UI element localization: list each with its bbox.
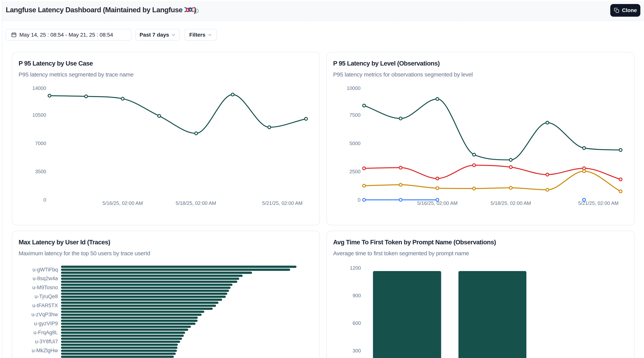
svg-text:300: 300 bbox=[353, 348, 361, 354]
svg-text:3500: 3500 bbox=[35, 169, 46, 174]
svg-text:u-8sq2w4a: u-8sq2w4a bbox=[32, 276, 58, 281]
svg-text:u-MkZlgHw: u-MkZlgHw bbox=[32, 348, 58, 354]
svg-text:u-zVqP3hw: u-zVqP3hw bbox=[32, 312, 58, 317]
svg-text:u-M9Tosno: u-M9Tosno bbox=[32, 284, 58, 290]
svg-text:5/16/25, 02:00 AM: 5/16/25, 02:00 AM bbox=[102, 200, 143, 206]
svg-text:14000: 14000 bbox=[32, 85, 46, 91]
svg-text:5/18/25, 02:00 AM: 5/18/25, 02:00 AM bbox=[176, 200, 216, 206]
svg-text:0: 0 bbox=[44, 197, 46, 203]
svg-text:0: 0 bbox=[358, 197, 360, 203]
svg-text:u-tFAR5TX: u-tFAR5TX bbox=[32, 302, 58, 308]
svg-text:u-gyzVIP9: u-gyzVIP9 bbox=[34, 321, 58, 326]
svg-text:600: 600 bbox=[353, 320, 361, 326]
svg-text:2500: 2500 bbox=[350, 169, 360, 174]
svg-text:5/18/25, 02:00 AM: 5/18/25, 02:00 AM bbox=[490, 200, 531, 206]
svg-text:u-TjruQe8: u-TjruQe8 bbox=[34, 294, 58, 299]
svg-text:7500: 7500 bbox=[350, 112, 360, 118]
svg-text:5/21/25, 02:00 AM: 5/21/25, 02:00 AM bbox=[262, 200, 302, 206]
svg-text:7000: 7000 bbox=[35, 140, 46, 146]
svg-text:5000: 5000 bbox=[350, 140, 360, 146]
svg-text:1200: 1200 bbox=[350, 265, 361, 271]
svg-text:u-FrqAg8L: u-FrqAg8L bbox=[33, 330, 58, 336]
svg-text:10500: 10500 bbox=[32, 112, 46, 118]
svg-text:10000: 10000 bbox=[347, 85, 360, 91]
svg-text:u-gWTiFbq: u-gWTiFbq bbox=[32, 267, 58, 272]
svg-text:900: 900 bbox=[353, 293, 361, 298]
svg-text:u-3Y8fUi7: u-3Y8fUi7 bbox=[35, 339, 58, 344]
